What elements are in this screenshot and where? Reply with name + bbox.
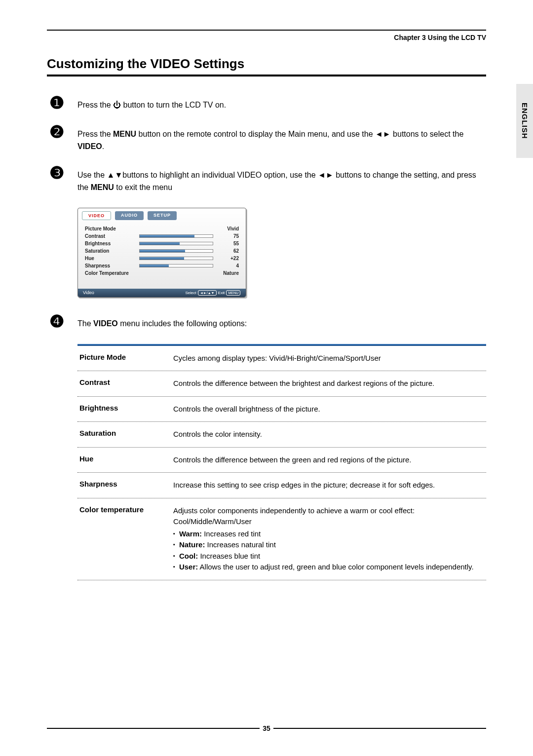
menu-keyword: MENU [113,130,136,138]
m-val: Nature [218,270,239,276]
nav-key-icon: ◄►/▲▼ [198,290,217,296]
m-val: +22 [218,256,239,261]
slider-fill [140,235,194,237]
menu-footer: Video Select ◄►/▲▼ Exit MENU [78,289,246,297]
option-picture-mode: Picture Mode Cycles among display types:… [77,346,486,372]
page-footer: 35 [47,724,486,732]
ct-bullet-cool: Cool: Increases blue tint [173,551,484,562]
opt-desc: Controls the color intensity. [173,429,484,440]
t: buttons to select the [391,130,464,138]
video-menu-screenshot: VIDEO AUDIO SETUP Picture Mode Vivid Con… [77,208,246,298]
opt-desc: Controls the difference between the gree… [173,454,484,466]
m-val: 55 [218,241,239,246]
slider-fill [140,257,184,260]
step-1-text-post: button to turn the LCD TV on. [121,101,226,109]
menu-tabs: VIDEO AUDIO SETUP [78,208,246,220]
step-1-number: ❶ [47,94,67,111]
language-tab: ENGLISH [516,84,533,158]
opt-desc: Adjusts color components independently t… [173,505,484,573]
slider-fill [140,250,185,252]
tab-video: VIDEO [82,211,111,220]
step-1-text-pre: Press the [77,101,113,109]
m-val: Vivid [218,226,239,231]
opt-desc: Controls the difference between the brig… [173,378,484,389]
step-1-body: Press the ⏻ button to turn the LCD TV on… [77,96,486,112]
m-val: 62 [218,248,239,254]
menu-row-picture-mode: Picture Mode Vivid [85,225,239,232]
slider-fill [140,265,169,267]
menu-key-icon: MENU [226,290,240,296]
opt-name: Sharpness [79,480,173,491]
menu-footer-keys: Select ◄►/▲▼ Exit MENU [185,290,241,296]
chapter-header: Chapter 3 Using the LCD TV [47,34,486,41]
t: Allows the user to adjust red, green and… [198,563,473,571]
step-3-number: ❸ [47,164,67,181]
step-4-number: ❹ [47,313,67,330]
m-val: 4 [218,263,239,268]
menu-row-brightness: Brightness 55 [85,240,239,247]
t: menu includes the following options: [118,319,247,328]
footer-rule-left [47,728,260,729]
power-icon: ⏻ [113,101,121,109]
step-4-body: The VIDEO menu includes the following op… [77,315,486,330]
menu-row-color-temperature: Color Temperature Nature [85,269,239,277]
opt-name: Picture Mode [79,353,173,364]
slider-fill [140,242,180,245]
option-saturation: Saturation Controls the color intensity. [77,422,486,448]
video-keyword: VIDEO [77,142,102,151]
language-tab-label: ENGLISH [521,103,529,139]
menu-footer-left: Video [83,290,94,296]
slider-bar [139,257,213,260]
slider-bar [139,264,213,267]
option-hue: Hue Controls the difference between the … [77,448,486,473]
m-label: Saturation [85,248,139,254]
t: Exit [218,291,225,295]
t: Press the [77,130,113,138]
ct-bullet-user: User: Allows the user to adjust red, gre… [173,562,484,573]
m-label: Picture Mode [85,226,139,231]
slider-bar [139,249,213,253]
ct-desc-text: Adjusts color components independently t… [173,506,415,526]
step-4: ❹ The VIDEO menu includes the following … [47,315,486,330]
page-number: 35 [260,724,273,732]
t: Select [185,291,196,295]
step-2-body: Press the MENU button on the remote cont… [77,125,486,153]
m-label: Hue [85,256,139,261]
t: Increases red tint [202,529,261,538]
video-keyword: VIDEO [93,319,118,328]
t: Increases blue tint [198,552,260,560]
t: buttons to highlight an individual VIDEO… [122,171,318,179]
t: The [77,319,93,328]
opt-desc: Controls the overall brightness of the p… [173,404,484,415]
top-rule [47,30,486,31]
t: button on the remote control to display … [136,130,375,138]
tab-setup: SETUP [148,211,177,220]
step-3: ❸ Use the ▲▼buttons to highlight an indi… [47,166,486,194]
ct-bullet-nature: Nature: Increases natural tint [173,539,484,551]
left-right-arrows-icon: ◄► [375,130,391,138]
t: Use the [77,171,107,179]
b: User: [179,563,198,571]
m-label: Brightness [85,241,139,246]
options-table: Picture Mode Cycles among display types:… [77,346,486,580]
slider-bar [139,234,213,238]
opt-desc: Increase this setting to see crisp edges… [173,480,484,491]
opt-name: Brightness [79,404,173,415]
step-3-body: Use the ▲▼buttons to highlight an indivi… [77,166,486,194]
tab-audio: AUDIO [115,211,144,220]
opt-name: Saturation [79,429,173,440]
t: Increases natural tint [205,540,275,549]
ct-bullet-warm: Warm: Increases red tint [173,529,484,540]
up-down-arrows-icon: ▲▼ [107,171,123,179]
b: Warm: [179,529,202,538]
m-label: Sharpness [85,263,139,268]
b: Cool: [179,552,198,560]
b: Nature: [179,540,205,549]
option-color-temperature: Color temperature Adjusts color componen… [77,498,486,580]
ct-bullets: Warm: Increases red tint Nature: Increas… [173,529,484,573]
menu-row-saturation: Saturation 62 [85,247,239,255]
opt-desc: Cycles among display types: Vivid/Hi-Bri… [173,353,484,364]
option-brightness: Brightness Controls the overall brightne… [77,397,486,422]
page-title: Customizing the VIDEO Settings [47,56,486,72]
title-rule [47,75,486,76]
